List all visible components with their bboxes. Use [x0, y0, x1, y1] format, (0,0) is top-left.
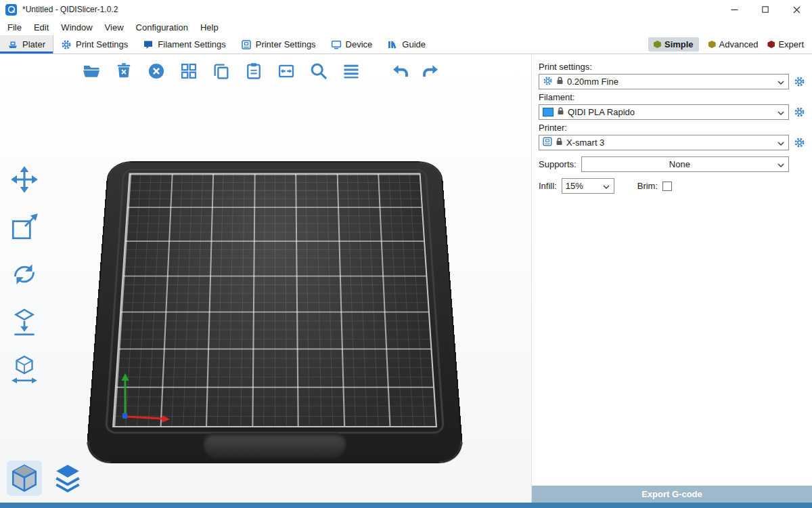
- move-button[interactable]: [5, 161, 43, 198]
- rotate-button[interactable]: [5, 255, 43, 293]
- bed-handle-notch: [202, 433, 346, 459]
- split-icon: [277, 62, 296, 81]
- menu-edit[interactable]: Edit: [28, 21, 55, 34]
- mode-advanced[interactable]: Advanced: [708, 39, 759, 49]
- search-icon: [309, 62, 328, 81]
- printer-icon: [543, 137, 552, 148]
- chevron-down-icon: [777, 137, 784, 148]
- copy-icon: [212, 62, 231, 81]
- folder-open-icon: [82, 62, 101, 81]
- lock-icon: [556, 77, 564, 87]
- menubar: File Edit Window View Configuration Help: [0, 19, 812, 35]
- menu-help[interactable]: Help: [194, 21, 225, 34]
- expert-mode-dot: [767, 41, 775, 48]
- layers-lines-icon: [342, 62, 361, 81]
- place-on-face-icon: [9, 306, 40, 337]
- menu-window[interactable]: Window: [55, 21, 98, 34]
- view-switcher: [7, 461, 85, 496]
- menu-file[interactable]: File: [1, 21, 28, 34]
- tab-plater[interactable]: Plater: [0, 35, 53, 54]
- maximize-button[interactable]: [750, 0, 781, 19]
- gizmo-toolbar: [5, 161, 43, 388]
- preview-button[interactable]: [50, 461, 85, 496]
- tab-device[interactable]: Device: [323, 35, 380, 54]
- printer-gear-button[interactable]: [793, 137, 805, 149]
- x-axis-arrow: [127, 417, 162, 419]
- mode-simple[interactable]: Simple: [648, 37, 699, 51]
- supports-value: None: [585, 159, 774, 169]
- paste-button[interactable]: [241, 58, 267, 84]
- supports-select[interactable]: None: [581, 156, 789, 172]
- print-settings-gear-button[interactable]: [793, 76, 805, 88]
- qidislicer-window: *Untitled - QIDISlicer-1.0.2 File Edit W…: [0, 0, 812, 508]
- print-settings-select[interactable]: 0.20mm Fine: [539, 74, 789, 89]
- tab-label: Print Settings: [76, 39, 128, 49]
- paste-icon: [244, 62, 263, 81]
- mode-switcher: Simple Advanced Expert: [648, 35, 812, 54]
- settings-sidebar: Print settings: 0.20mm Fine Filament:: [531, 55, 812, 503]
- infill-value: 15%: [566, 181, 600, 191]
- tab-guide[interactable]: Guide: [380, 35, 433, 54]
- undo-button[interactable]: [387, 58, 413, 84]
- lock-icon: [556, 137, 563, 148]
- scale-icon: [9, 211, 40, 242]
- redo-icon: [422, 62, 441, 81]
- variable-layer-height-button[interactable]: [338, 58, 364, 84]
- redo-button[interactable]: [418, 58, 444, 84]
- move-icon: [9, 164, 40, 195]
- minimize-button[interactable]: [719, 0, 750, 19]
- gear-icon: [61, 39, 72, 50]
- arrange-grid-icon: [179, 62, 198, 81]
- search-button[interactable]: [306, 58, 332, 84]
- infill-label: Infill:: [539, 181, 557, 191]
- delete-button[interactable]: [111, 58, 137, 84]
- arrange-button[interactable]: [176, 58, 202, 84]
- axis-indicator: [116, 371, 179, 426]
- print-bed[interactable]: [99, 127, 451, 479]
- mode-expert[interactable]: Expert: [767, 39, 804, 49]
- tab-label: Printer Settings: [256, 39, 316, 49]
- filament-gear-button[interactable]: [793, 106, 805, 119]
- filament-color-swatch: [543, 108, 554, 117]
- tab-printer-settings[interactable]: Printer Settings: [233, 35, 323, 54]
- guide-icon: [387, 39, 398, 50]
- export-gcode-button[interactable]: Export G-code: [532, 486, 812, 503]
- 3d-viewport[interactable]: [0, 55, 531, 503]
- maximize-icon: [762, 6, 769, 13]
- circle-x-icon: [147, 62, 166, 81]
- 3d-editor-view-button[interactable]: [7, 461, 42, 496]
- chevron-down-icon: [777, 77, 784, 87]
- gear-icon: [543, 76, 553, 88]
- filament-label: Filament:: [539, 92, 805, 102]
- layers-stack-icon: [52, 463, 83, 494]
- scale-button[interactable]: [5, 208, 43, 246]
- filament-icon: [143, 39, 154, 50]
- tab-label: Filament Settings: [158, 39, 225, 49]
- mode-label: Simple: [664, 39, 694, 49]
- infill-select[interactable]: 15%: [562, 178, 614, 194]
- filament-value: QIDI PLA Rapido: [568, 107, 774, 117]
- menu-view[interactable]: View: [99, 21, 130, 34]
- filament-select[interactable]: QIDI PLA Rapido: [539, 104, 789, 120]
- titlebar: *Untitled - QIDISlicer-1.0.2: [0, 0, 812, 19]
- print-settings-value: 0.20mm Fine: [567, 77, 774, 87]
- plater-icon: [7, 39, 18, 50]
- split-button[interactable]: [273, 58, 299, 84]
- tab-label: Device: [346, 39, 373, 49]
- chevron-down-icon: [777, 159, 784, 169]
- advanced-mode-dot: [708, 41, 716, 48]
- menu-configuration[interactable]: Configuration: [130, 21, 194, 34]
- printer-select[interactable]: X-smart 3: [539, 135, 789, 150]
- copy-button[interactable]: [208, 58, 234, 84]
- tab-print-settings[interactable]: Print Settings: [53, 35, 135, 54]
- trash-icon: [114, 62, 133, 81]
- tab-filament-settings[interactable]: Filament Settings: [135, 35, 233, 54]
- brim-label: Brim:: [637, 181, 658, 191]
- delete-all-button[interactable]: [143, 58, 169, 84]
- measure-button[interactable]: [5, 350, 43, 388]
- place-on-face-button[interactable]: [5, 303, 43, 341]
- z-axis-marker: [122, 413, 127, 419]
- open-file-button[interactable]: [78, 58, 104, 84]
- close-button[interactable]: [781, 0, 812, 19]
- brim-checkbox[interactable]: [662, 182, 672, 191]
